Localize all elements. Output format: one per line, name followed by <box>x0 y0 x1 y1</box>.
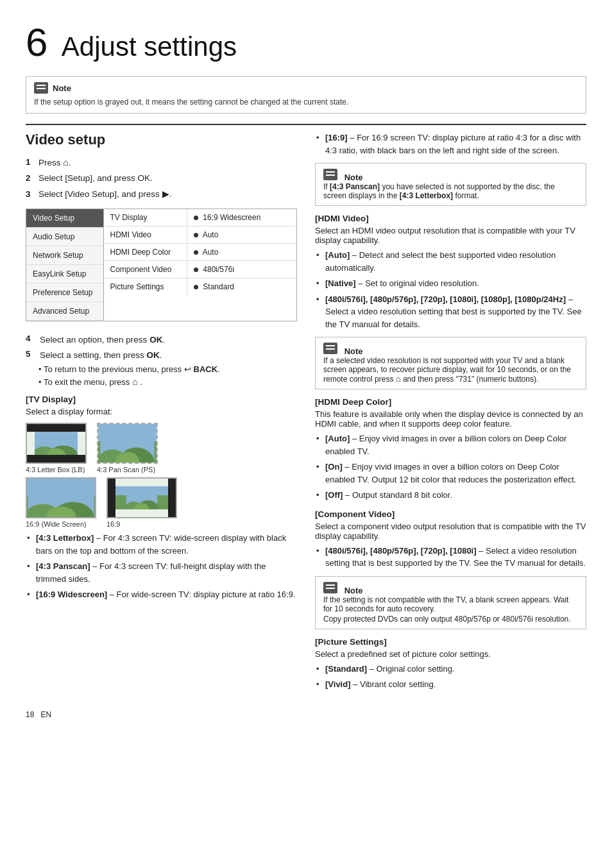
option-row-hdmi-deep-color: HDMI Deep Color Auto <box>104 243 297 260</box>
note-panscan-header: Note <box>323 169 578 182</box>
home-icon: ⌂ <box>63 157 68 167</box>
step-5-sub2: • To exit the menu, press ⌂ . <box>38 377 297 387</box>
note-icon <box>34 82 48 94</box>
menu-item-video-setup[interactable]: Video Setup <box>26 209 103 228</box>
note-panscan: Note If [4:3 Panscan] you have selected … <box>315 163 586 206</box>
tv-display-bullets: [4:3 Letterbox] – For 4:3 screen TV: wid… <box>26 532 297 601</box>
screen-169 <box>106 477 177 518</box>
bullet-deep-auto: [Auto] – Enjoy vivid images in over a bi… <box>315 432 586 457</box>
home-icon2: ⌂ <box>130 377 137 387</box>
step-5: 5 Select a setting, then press OK. <box>26 349 297 362</box>
hdmi-video-head: [HDMI Video] <box>315 214 586 223</box>
bullet-component-res: [480i/576i], [480p/576p], [720p], [1080i… <box>315 545 586 570</box>
black-bar-left <box>108 479 115 517</box>
back-arrow-icon: ↩ <box>184 364 191 374</box>
tv-screens-row-1: 4:3 Letter Box (LB) 4:3 Pa <box>26 423 297 473</box>
chapter-title-text: Adjust settings <box>62 31 237 62</box>
screen-group-letterbox: 4:3 Letter Box (LB) <box>26 423 87 473</box>
note-icon-hdmi <box>323 343 337 354</box>
hdmi-deep-desc: This feature is available only when the … <box>315 409 586 429</box>
step-1: Press ⌂. <box>26 156 297 169</box>
screen-panscan <box>97 423 158 464</box>
setup-table: Video Setup Audio Setup Network Setup Ea… <box>26 209 296 321</box>
note-panscan-label: Note <box>344 173 363 182</box>
bullet-vivid: [Vivid] – Vibrant color setting. <box>315 678 586 691</box>
left-column: Video setup Press ⌂. Select [Setup], and… <box>26 132 297 697</box>
tv-display-desc: Select a display format: <box>26 407 297 416</box>
option-value-tv-display: 16:9 Widescreen <box>187 209 297 226</box>
menu-item-network-setup[interactable]: Network Setup <box>26 246 103 265</box>
bullet-169: [16:9] – For 16:9 screen TV: display pic… <box>315 132 586 157</box>
bullet-deep-on: [On] – Enjoy vivid images in over a bill… <box>315 461 586 486</box>
option-row-component-video: Component Video 480i/576i <box>104 260 297 278</box>
note-header: Note <box>34 82 578 94</box>
right-column: [16:9] – For 16:9 screen TV: display pic… <box>315 132 586 697</box>
step-2: Select [Setup], and press OK. <box>26 172 297 185</box>
menu-item-easylink-setup[interactable]: EasyLink Setup <box>26 265 103 284</box>
scene-letterbox <box>35 432 78 455</box>
option-value-picture-settings: Standard <box>187 278 297 295</box>
note-label: Note <box>53 83 71 93</box>
picture-desc: Select a predefined set of picture color… <box>315 649 586 659</box>
bullet-dot <box>194 216 198 220</box>
black-bar-right <box>168 479 176 517</box>
step-3: Select [Video Setup], and press ▶. <box>26 188 297 201</box>
bullet-dot <box>194 250 198 255</box>
screen-group-169: 16:9 <box>106 477 177 528</box>
screen-label-letterbox: 4:3 Letter Box (LB) <box>26 466 85 473</box>
note-hdmi-label: Note <box>344 346 363 356</box>
menu-item-advanced-setup[interactable]: Advanced Setup <box>26 302 103 321</box>
screen-label-panscan: 4:3 Pan Scan (PS) <box>97 466 155 473</box>
note-text: If the setup option is grayed out, it me… <box>34 96 578 108</box>
black-bar-bottom <box>27 455 85 463</box>
note-hdmi-text: If a selected video resolution is not su… <box>323 356 578 384</box>
page-container: 6 Adjust settings Note If the setup opti… <box>26 19 586 719</box>
note-hdmi-res: Note If a selected video resolution is n… <box>315 337 586 389</box>
note-component: Note If the setting is not compatible wi… <box>315 576 586 629</box>
option-value-hdmi-video: Auto <box>187 226 297 243</box>
options-table: TV Display 16:9 Widescreen HDMI Video <box>104 209 297 295</box>
home-icon3: ⌂ <box>396 374 401 384</box>
bullet-169-list: [16:9] – For 16:9 screen TV: display pic… <box>315 132 586 157</box>
component-bullets: [480i/576i], [480p/576p], [720p], [1080i… <box>315 545 586 570</box>
section-title: Video setup <box>26 132 297 148</box>
page-number: 18 EN <box>26 710 586 719</box>
option-name-hdmi-video: HDMI Video <box>104 226 187 243</box>
component-desc: Select a component video output resoluti… <box>315 522 586 541</box>
note-panscan-text: If [4:3 Panscan] you have selected is no… <box>323 182 578 200</box>
bullet-auto: [Auto] – Detect and select the best supp… <box>315 249 586 274</box>
note-component-header: Note <box>323 582 578 595</box>
bullet-resolutions: [480i/576i], [480p/576p], [720p], [1080i… <box>315 293 586 331</box>
bullet-widescreen: [16:9 Widescreen] – For wide-screen TV: … <box>26 588 297 601</box>
option-value-hdmi-deep-color: Auto <box>187 243 297 260</box>
note-icon-component <box>323 582 337 593</box>
hdmi-video-desc: Select an HDMI video output resolution t… <box>315 226 586 245</box>
option-name-component-video: Component Video <box>104 260 187 278</box>
section-divider <box>26 124 586 125</box>
option-row-tv-display: TV Display 16:9 Widescreen <box>104 209 297 226</box>
component-video-head: [Component Video] <box>315 509 586 519</box>
picture-bullets: [Standard] – Original color setting. [Vi… <box>315 663 586 691</box>
setup-steps: Press ⌂. Select [Setup], and press OK. S… <box>26 156 297 201</box>
screen-label-widescreen: 16:9 (Wide Screen) <box>26 520 87 528</box>
setup-table-container: Video Setup Audio Setup Network Setup Ea… <box>26 208 297 321</box>
option-name-tv-display: TV Display <box>104 209 187 226</box>
setup-table-row: Video Setup Audio Setup Network Setup Ea… <box>26 209 296 321</box>
hdmi-deep-bullets: [Auto] – Enjoy vivid images in over a bi… <box>315 432 586 502</box>
note-icon-panscan <box>323 169 337 180</box>
menu-item-preference-setup[interactable]: Preference Setup <box>26 284 103 302</box>
menu-item-audio-setup[interactable]: Audio Setup <box>26 228 103 246</box>
hdmi-video-bullets: [Auto] – Detect and select the best supp… <box>315 249 586 330</box>
bullet-panscan: [4:3 Panscan] – For 4:3 screen TV: full-… <box>26 560 297 585</box>
hdmi-deep-head: [HDMI Deep Color] <box>315 397 586 407</box>
chapter-number: 6 <box>26 20 47 64</box>
main-content: Video setup Press ⌂. Select [Setup], and… <box>26 132 586 697</box>
option-value-component-video: 480i/576i <box>187 260 297 278</box>
note-component-text2: Copy protected DVDs can only output 480p… <box>323 615 578 624</box>
screen-group-widescreen: 16:9 (Wide Screen) <box>26 477 96 528</box>
bullet-letterbox: [4:3 Letterbox] – For 4:3 screen TV: wid… <box>26 532 297 557</box>
tv-display-head: [TV Display] <box>26 395 297 404</box>
screen-label-169: 16:9 <box>106 520 120 528</box>
bullet-standard: [Standard] – Original color setting. <box>315 663 586 676</box>
scene-panscan <box>98 424 157 463</box>
